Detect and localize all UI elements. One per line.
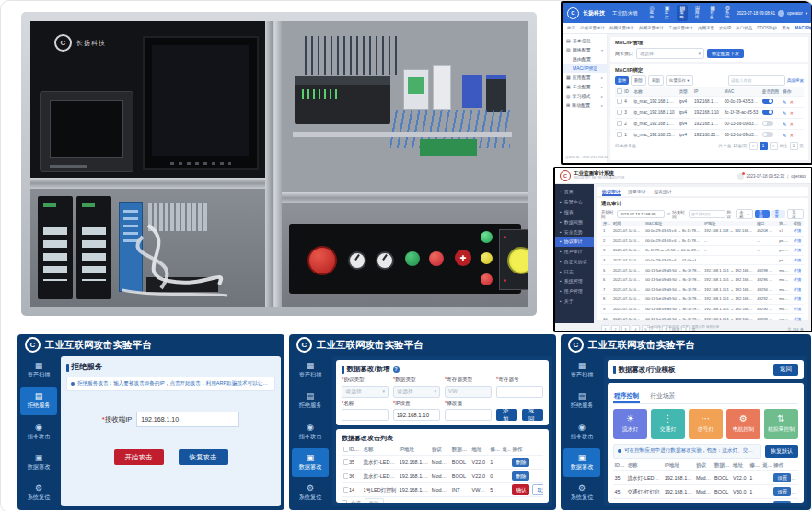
firewall-nav-item[interactable]: ◎ 概览	[647, 5, 657, 21]
bell-icon[interactable]	[737, 173, 744, 180]
platform-sidebar-item[interactable]: ▤ 拒绝服务	[563, 387, 600, 415]
detail-link[interactable]: 详情	[792, 317, 804, 321]
platform-sidebar-item[interactable]: ▦ 资产扫描	[20, 356, 57, 385]
delete-icon[interactable]: ✕	[790, 133, 794, 138]
batch-select[interactable]: 批量操作 ▾	[666, 75, 693, 86]
firewall-nav-item[interactable]: ▦ 对象	[707, 5, 718, 21]
row-checkbox[interactable]	[617, 99, 622, 104]
restore-default-button[interactable]: 恢复默认	[765, 445, 798, 458]
modify-value-input[interactable]	[445, 409, 492, 421]
firewall-tab[interactable]: 内网流量	[698, 26, 714, 30]
back-button[interactable]: 返回	[522, 409, 543, 421]
audit-sidebar-item[interactable]: ▪ 数据回溯	[555, 216, 594, 226]
audit-sidebar-item[interactable]: ▪ 用户管理	[555, 286, 594, 296]
platform-sidebar-item[interactable]: ▣ 数据篡改	[292, 448, 329, 477]
template-tile[interactable]: ⋮ 交通灯	[651, 409, 685, 439]
enable-toggle[interactable]	[762, 132, 773, 137]
platform-sidebar-item[interactable]: ▣ 数据篡改	[20, 448, 57, 477]
cancel-button[interactable]: 取消	[532, 484, 543, 495]
firewall-tab[interactable]: 概况	[567, 26, 575, 30]
select-all-checkbox[interactable]	[342, 500, 347, 503]
set-button[interactable]: 设置	[773, 473, 791, 482]
protocol-select[interactable]: 全部 ▾	[736, 209, 753, 219]
apply-binding-button[interactable]: 绑定配置下发	[707, 49, 744, 58]
sidebar-item-app-config[interactable]: ▦ 应用配置 ▸	[563, 73, 607, 82]
set-button[interactable]: 设置	[773, 501, 791, 503]
firewall-tab[interactable]: 实时IP	[719, 26, 731, 30]
firewall-tab[interactable]: 运维流量统计	[580, 26, 605, 30]
delete-icon[interactable]: ✕	[790, 122, 794, 127]
firewall-tab[interactable]: 工控流量统计	[668, 26, 693, 30]
audit-sidebar-item[interactable]: ▪ 告警中心	[555, 197, 594, 207]
row-checkbox[interactable]	[617, 132, 622, 137]
data-type-select[interactable]: 请选择▾	[393, 386, 440, 398]
template-tab[interactable]: 行业场景	[649, 389, 676, 403]
platform-sidebar-item[interactable]: ▦ 资产扫描	[563, 356, 600, 385]
start-time-input[interactable]	[617, 210, 665, 218]
row-checkbox[interactable]	[617, 110, 622, 115]
edit-icon[interactable]: ✎	[783, 122, 786, 127]
firewall-user-menu[interactable]: operator	[787, 11, 803, 16]
audit-sidebar-item[interactable]: ▪ 报表	[555, 207, 594, 217]
protocol-type-select[interactable]: 请选择▾	[342, 386, 389, 398]
enable-toggle[interactable]	[762, 99, 773, 104]
firewall-tab[interactable]: MAC/IP绑定	[795, 26, 811, 30]
next-page-button[interactable]: ›	[770, 142, 778, 150]
template-tile[interactable]: ⚙ 电机控制	[726, 409, 760, 439]
firewall-nav-item[interactable]: ⊞ 网络	[692, 5, 702, 21]
tab-report-stats[interactable]: 报表统计	[654, 189, 672, 194]
enable-toggle[interactable]	[762, 110, 773, 115]
confirm-button[interactable]: 确认	[512, 484, 529, 495]
firewall-tab[interactable]: 黑名	[782, 26, 790, 30]
platform-sidebar-item[interactable]: ⚙ 系统复位	[20, 479, 57, 507]
firewall-nav-item[interactable]: ⚙ 系统	[723, 5, 733, 21]
tab-protocol-audit[interactable]: 协议审计	[602, 187, 621, 196]
edit-icon[interactable]: ✎	[783, 99, 786, 105]
query-button[interactable]: 查询	[755, 210, 770, 218]
reset-button[interactable]: 重置	[771, 210, 786, 218]
page-size-select[interactable]: 10条/页	[733, 144, 747, 148]
delete-icon[interactable]: ✕	[790, 110, 794, 116]
delete-row-button[interactable]: 删除	[512, 458, 529, 467]
back-button[interactable]: 返回	[773, 364, 798, 376]
register-no-input[interactable]	[496, 386, 543, 398]
template-tile[interactable]: ⇅ 模拟量控制	[764, 409, 798, 439]
delete-row-button[interactable]: 删除	[512, 471, 529, 481]
platform-sidebar-item[interactable]: ▣ 数据篡改	[563, 448, 600, 477]
detail-link[interactable]: 详情	[792, 228, 804, 233]
info-icon[interactable]: ?	[393, 366, 400, 373]
sidebar-item-linkage-config[interactable]: ⊞ 联动配置 ▸	[563, 100, 607, 110]
prev-page-button[interactable]: ‹	[749, 142, 758, 150]
delete-icon[interactable]: ✕	[790, 99, 794, 105]
detail-link[interactable]: 详情	[792, 287, 804, 292]
set-button[interactable]: 设置	[773, 487, 791, 496]
platform-sidebar-item[interactable]: ▤ 拒绝服务	[20, 387, 57, 415]
firewall-tab[interactable]: 外网流量统计	[609, 26, 634, 30]
platform-sidebar-item[interactable]: ◉ 指令攻击	[292, 417, 329, 446]
ip-input[interactable]: 192.168.1.10	[393, 409, 440, 421]
sidebar-item-learning-mode[interactable]: ◎ 学习模式 ▸	[563, 91, 607, 100]
start-attack-button[interactable]: 开始攻击	[114, 449, 164, 465]
audit-sidebar-item[interactable]: ▪ 首页	[555, 187, 594, 197]
add-button[interactable]: 新增	[615, 76, 629, 85]
search-input[interactable]	[728, 75, 785, 86]
name-input[interactable]	[342, 409, 389, 421]
template-tile[interactable]: ☀ 流水灯	[613, 409, 647, 439]
sidebar-item-basic-info[interactable]: ▤ 基本信息	[563, 36, 607, 45]
detail-link[interactable]: 详情	[792, 268, 804, 273]
enable-toggle[interactable]	[762, 121, 773, 126]
add-button[interactable]: 添加	[496, 409, 517, 421]
detail-link[interactable]: 详情	[792, 248, 804, 252]
detail-link[interactable]: 详情	[792, 238, 804, 243]
audit-sidebar-item[interactable]: ▪ 安全态势	[555, 226, 594, 237]
chevron-down-icon[interactable]: ▾	[806, 11, 807, 16]
platform-sidebar-item[interactable]: ▦ 资产扫描	[292, 356, 329, 385]
sidebar-item-route-config[interactable]: 路由配置	[563, 54, 607, 64]
current-page[interactable]: 1	[760, 142, 768, 150]
audit-sidebar-item[interactable]: ▪ 日志	[555, 266, 594, 276]
audit-sidebar-item[interactable]: ▪ 系统管理	[555, 276, 594, 286]
platform-sidebar-item[interactable]: ▤ 拒绝服务	[292, 387, 329, 415]
detail-link[interactable]: 详情	[792, 258, 804, 262]
tab-flow-audit[interactable]: 流量审计	[628, 189, 646, 194]
goto-page-input[interactable]: 1	[790, 142, 798, 150]
